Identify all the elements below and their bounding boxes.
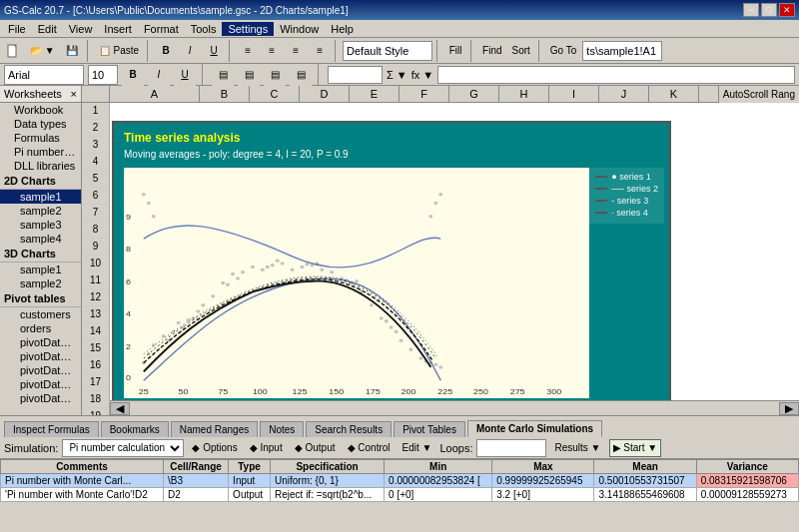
sidebar-item-dll[interactable]: DLL libraries [0,159,81,173]
sidebar-item-pivotdata1[interactable]: pivotData(1) [0,335,81,349]
input-button[interactable]: ◆ Input [246,439,287,457]
minimize-button[interactable]: − [743,3,759,17]
menu-edit[interactable]: Edit [32,22,63,36]
sort-button[interactable]: Sort [508,40,534,62]
font-family-input[interactable] [4,65,84,85]
col-header-g[interactable]: G [449,86,499,102]
align-left-button[interactable]: ≡ [237,40,259,62]
col-header-j[interactable]: J [599,86,649,102]
col-header-b[interactable]: B [200,86,250,102]
results-button[interactable]: Results ▼ [550,439,604,457]
menu-settings[interactable]: Settings [222,22,274,36]
align-l[interactable]: ▤ [212,64,234,86]
style-dropdown[interactable] [343,41,432,61]
menu-tools[interactable]: Tools [185,22,223,36]
tab-bar: Inspect Formulas Bookmarks Named Ranges … [0,415,799,437]
hscroll-left[interactable]: ◀ [110,402,130,415]
fill-button[interactable]: Fill [444,40,466,62]
save-button[interactable]: 💾 [61,40,83,62]
col-header-c[interactable]: C [250,86,300,102]
col-header-h[interactable]: H [499,86,549,102]
align-j[interactable]: ▤ [290,64,312,86]
underline-button[interactable]: U [203,40,225,62]
start-button[interactable]: ▶ Start ▼ [609,439,662,457]
tab-pivot-tables[interactable]: Pivot Tables [394,421,465,437]
hscroll-track[interactable] [130,402,779,415]
font-underline-button[interactable]: U [174,64,196,86]
tab-notes[interactable]: Notes [260,421,304,437]
svg-point-54 [428,215,432,219]
separator-f1 [202,64,206,86]
font-bold-button[interactable]: B [122,64,144,86]
col-header-d[interactable]: D [300,86,350,102]
formula-input[interactable]: Empty [437,66,795,84]
sidebar-item-workbook[interactable]: Workbook [0,103,81,117]
align-right-button[interactable]: ≡ [285,40,307,62]
col-header-f[interactable]: F [400,86,449,102]
tab-search-results[interactable]: Search Results [306,421,392,437]
output-button[interactable]: ◆ Output [291,439,340,457]
sidebar-item-pivotdata5[interactable]: pivotData(5) [0,391,81,405]
close-button[interactable]: ✕ [779,3,795,17]
col-header-k[interactable]: K [649,86,699,102]
sidebar-item-2d-sample1[interactable]: sample1 [0,190,81,204]
hscroll-right[interactable]: ▶ [779,402,799,415]
align-center-button[interactable]: ≡ [261,40,283,62]
sheet-area: AutoScroll Rang A B C D E F G H I J K L … [82,86,799,415]
menu-file[interactable]: File [2,22,32,36]
chart-container[interactable]: Time series analysis Moving averages - p… [112,121,671,415]
cell-ref-input[interactable]: A1 [328,66,383,84]
menu-view[interactable]: View [63,22,99,36]
align-r[interactable]: ▤ [264,64,286,86]
new-button[interactable] [2,40,24,62]
paste-button[interactable]: 📋 Paste [95,40,143,62]
open-button[interactable]: 📂 ▼ [26,40,59,62]
sidebar-item-3d-sample2[interactable]: sample2 [0,276,81,290]
table-row[interactable]: Pi number with Monte Carl... \B3 Input U… [1,474,799,488]
table-row[interactable]: 'Pi number with Monte Carlo'!D2 D2 Outpu… [1,488,799,502]
bold-button[interactable]: B [155,40,177,62]
italic-button[interactable]: I [179,40,201,62]
maximize-button[interactable]: □ [761,3,777,17]
sidebar-item-datatypes[interactable]: Data types [0,117,81,131]
loops-input[interactable]: 500000 [476,439,546,457]
tab-bookmarks[interactable]: Bookmarks [101,421,169,437]
sidebar-item-2d-sample3[interactable]: sample3 [0,218,81,232]
font-italic-button[interactable]: I [148,64,170,86]
sidebar-close-button[interactable]: × [71,88,77,100]
legend-series1: ● series 1 [595,172,658,182]
edit-button[interactable]: Edit ▼ [399,439,436,457]
sidebar-item-orders[interactable]: orders [0,321,81,335]
goto-button[interactable]: Go To [546,40,581,62]
col-type: Type [229,460,271,474]
simulation-dropdown[interactable]: Pi number calculation [62,439,184,457]
col-header-i[interactable]: I [549,86,599,102]
options-button[interactable]: ◆ Options [188,439,241,457]
menu-window[interactable]: Window [274,22,325,36]
find-button[interactable]: Find [478,40,505,62]
sidebar-item-pivotdata4[interactable]: pivotData(4) [0,377,81,391]
font-size-input[interactable] [88,65,118,85]
align-justify-button[interactable]: ≡ [309,40,331,62]
sidebar-item-2d-sample2[interactable]: sample2 [0,204,81,218]
sidebar-item-3d-sample1[interactable]: sample1 [0,263,81,276]
menu-format[interactable]: Format [138,22,185,36]
sidebar-item-pivotdata2[interactable]: pivotData(2) [0,349,81,363]
align-c[interactable]: ▤ [238,64,260,86]
control-button[interactable]: ◆ Control [344,439,395,457]
col-header-a[interactable]: A [110,86,200,102]
hscroll-bar[interactable]: ◀ ▶ [110,400,799,415]
menu-insert[interactable]: Insert [98,22,138,36]
menu-help[interactable]: Help [325,22,360,36]
sidebar-item-pivotdata3[interactable]: pivotData(3) [0,363,81,377]
chart-legend: ● series 1 ── series 2 - series 3 · [589,168,664,224]
sidebar-item-2d-sample4[interactable]: sample4 [0,232,81,246]
tab-inspect-formulas[interactable]: Inspect Formulas [4,421,99,437]
tab-named-ranges[interactable]: Named Ranges [171,421,258,437]
tab-monte-carlo[interactable]: Monte Carlo Simulations [467,420,602,437]
sidebar-item-formulas[interactable]: Formulas [0,131,81,145]
goto-input[interactable] [582,41,662,61]
sidebar-item-customers[interactable]: customers [0,307,81,321]
sidebar-item-pi[interactable]: Pi number with M [0,145,81,159]
col-header-e[interactable]: E [350,86,400,102]
